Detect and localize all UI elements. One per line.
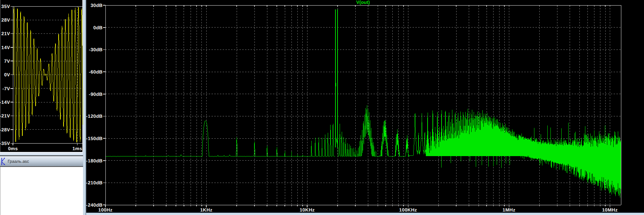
svg-text:1KHz: 1KHz — [200, 207, 212, 213]
svg-text:35V: 35V — [1, 4, 10, 9]
svg-text:-30dB: -30dB — [89, 47, 103, 52]
svg-text:-60dB: -60dB — [89, 69, 103, 75]
svg-text:0ms: 0ms — [8, 146, 18, 151]
svg-text:V(out): V(out) — [356, 0, 370, 5]
svg-text:-180dB: -180dB — [86, 158, 103, 163]
svg-text:-14V: -14V — [0, 100, 10, 105]
svg-text:1ms: 1ms — [72, 146, 82, 151]
svg-text:14V: 14V — [1, 45, 10, 50]
svg-text:7V: 7V — [4, 59, 10, 64]
svg-text:1MHz: 1MHz — [503, 207, 516, 213]
svg-text:100Hz: 100Hz — [98, 207, 112, 213]
svg-text:Грааль.asc: Грааль.asc — [8, 159, 29, 164]
svg-text:-150dB: -150dB — [86, 136, 103, 141]
svg-text:30dB: 30dB — [90, 3, 103, 8]
svg-text:-90dB: -90dB — [89, 92, 103, 97]
svg-text:0dB: 0dB — [93, 25, 103, 30]
svg-text:10KHz: 10KHz — [299, 207, 314, 213]
svg-text:10MHz: 10MHz — [602, 207, 618, 213]
svg-text:-35V: -35V — [0, 141, 10, 146]
svg-text:-240dB: -240dB — [86, 202, 103, 208]
svg-text:-21V: -21V — [0, 113, 10, 118]
svg-text:100KHz: 100KHz — [399, 207, 417, 213]
svg-text:0V: 0V — [4, 72, 10, 77]
svg-text:-210dB: -210dB — [86, 180, 103, 185]
svg-text:21V: 21V — [1, 31, 10, 36]
svg-text:-120dB: -120dB — [86, 114, 103, 119]
svg-text:-28V: -28V — [0, 127, 10, 132]
svg-text:28V: 28V — [1, 17, 10, 23]
svg-text:-7V: -7V — [2, 86, 10, 91]
